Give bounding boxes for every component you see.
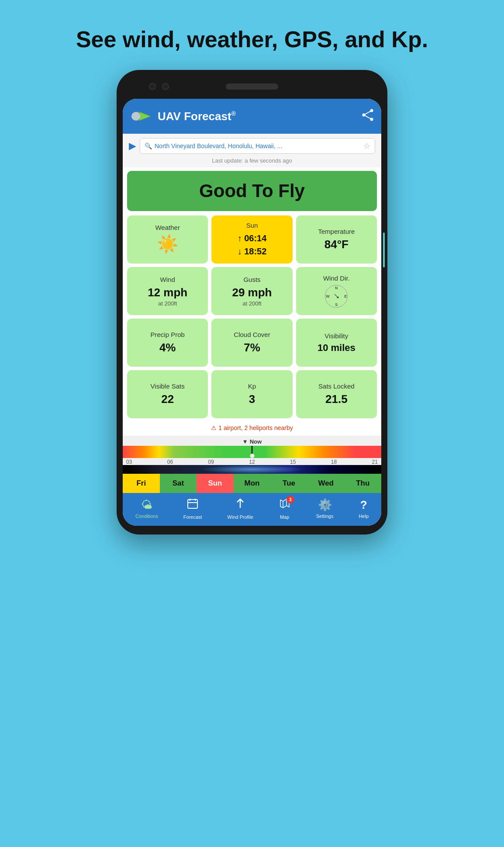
app-title: UAV Forecast® (158, 110, 356, 123)
camera-left (149, 83, 156, 90)
compass: N S W E ← (324, 285, 348, 308)
camera-right (162, 83, 169, 90)
now-indicator (252, 446, 253, 458)
gusts-value: 29 mph (232, 286, 272, 299)
day-sat[interactable]: Sat (160, 474, 197, 493)
hour-09: 09 (208, 459, 214, 465)
timeline-hour-labels: 03 06 09 12 15 18 21 (123, 459, 381, 465)
timeline-section: ▼ Now 03 06 09 12 15 18 21 (123, 436, 381, 474)
day-thu[interactable]: Thu (344, 474, 381, 493)
temperature-card: Temperature 84°F (296, 215, 377, 264)
svg-line-6 (364, 111, 372, 115)
sun-set: ↓ 18:52 (238, 245, 267, 258)
sats-locked-value: 21.5 (325, 392, 348, 406)
app-logo (130, 105, 152, 128)
map-icon: 3 (279, 497, 291, 513)
nav-forecast[interactable]: Forecast (183, 497, 202, 520)
svg-marker-1 (139, 112, 151, 121)
forecast-icon (186, 497, 199, 513)
main-content: Good To Fly Weather ☀️ Sun ↑ 06:14 ↓ 18:… (123, 167, 381, 436)
conditions-label: Conditions (135, 514, 158, 519)
precip-prob-label: Precip Prob (150, 331, 184, 338)
gusts-label: Gusts (243, 276, 260, 283)
hour-15: 15 (290, 459, 296, 465)
location-arrow-icon[interactable]: ▶ (129, 140, 136, 152)
kp-label: Kp (248, 382, 256, 390)
nav-map[interactable]: 3 Map (279, 497, 291, 520)
day-tue[interactable]: Tue (270, 474, 307, 493)
compass-arrow-icon: ← (329, 289, 344, 304)
now-dot (250, 454, 254, 458)
fly-status: Good To Fly (199, 181, 305, 201)
visibility-label: Visibility (324, 332, 348, 340)
day-fri[interactable]: Fri (123, 474, 160, 493)
svg-line-7 (364, 115, 372, 119)
app-header: UAV Forecast® (123, 99, 381, 134)
nav-help[interactable]: ? Help (359, 498, 369, 519)
cloud-cover-label: Cloud Cover (234, 331, 270, 338)
wind-card: Wind 12 mph at 200ft (127, 267, 208, 315)
hour-18: 18 (331, 459, 337, 465)
warning-message: 1 airport, 2 heliports nearby (218, 424, 293, 431)
weather-cards-grid: Weather ☀️ Sun ↑ 06:14 ↓ 18:52 Temperatu… (127, 215, 377, 418)
wind-dir-card: Wind Dir. N S W E ← (296, 267, 377, 315)
app-title-text: UAV Forecast (158, 110, 231, 123)
weather-card: Weather ☀️ (127, 215, 208, 264)
page-tagline: See wind, weather, GPS, and Kp. (59, 26, 445, 52)
timeline-now-label: ▼ Now (123, 438, 381, 445)
visible-sats-card: Visible Sats 22 (127, 370, 208, 418)
nav-conditions[interactable]: 🌤 Conditions (135, 498, 158, 519)
kp-value: 3 (249, 392, 255, 406)
precip-prob-value: 4% (159, 341, 176, 354)
day-mon[interactable]: Mon (234, 474, 271, 493)
temperature-label: Temperature (318, 228, 355, 235)
svg-point-2 (131, 112, 140, 121)
share-icon[interactable] (361, 108, 374, 125)
sats-locked-card: Sats Locked 21.5 (296, 370, 377, 418)
search-icon: 🔍 (145, 142, 152, 149)
speaker (226, 83, 278, 90)
nav-wind-profile[interactable]: Wind Profile (228, 497, 253, 520)
warning-text: ⚠ 1 airport, 2 heliports nearby (127, 422, 377, 436)
visible-sats-value: 22 (161, 392, 174, 406)
gusts-sub: at 200ft (242, 300, 261, 307)
visibility-value: 10 miles (318, 342, 356, 354)
hour-03: 03 (126, 459, 132, 465)
sun-rise: ↑ 06:14 (238, 232, 267, 245)
bottom-nav: 🌤 Conditions Forecast (123, 493, 381, 526)
weather-sun-icon: ☀️ (157, 234, 179, 254)
phone-frame: UAV Forecast® ▶ 🔍 North Vineyard Bouleva… (117, 70, 387, 535)
svg-rect-8 (188, 500, 197, 508)
map-badge: 3 (287, 496, 294, 503)
nav-settings[interactable]: ⚙️ Settings (316, 498, 334, 519)
sats-locked-label: Sats Locked (318, 382, 355, 390)
sun-label: Sun (246, 222, 258, 229)
phone-screen: UAV Forecast® ▶ 🔍 North Vineyard Bouleva… (123, 99, 381, 526)
timeline-night (123, 465, 381, 474)
settings-label: Settings (316, 514, 334, 519)
registered-mark: ® (231, 110, 236, 117)
timeline-glow (200, 465, 304, 474)
day-wed[interactable]: Wed (307, 474, 345, 493)
search-text: North Vineyard Boulevard, Honolulu, Hawa… (155, 142, 361, 149)
compass-ring: N S W E ← (325, 285, 348, 308)
settings-icon: ⚙️ (318, 498, 332, 512)
conditions-icon: 🌤 (141, 498, 152, 512)
wind-label: Wind (160, 276, 175, 283)
hour-21: 21 (372, 459, 378, 465)
sun-card: Sun ↑ 06:14 ↓ 18:52 (211, 215, 292, 264)
timeline-arrow: ▼ (242, 438, 248, 445)
forecast-label: Forecast (183, 514, 202, 520)
cloud-cover-value: 7% (244, 341, 260, 354)
visible-sats-label: Visible Sats (151, 382, 185, 390)
wind-profile-icon (234, 497, 246, 513)
compass-e: E (344, 294, 347, 299)
temperature-value: 84°F (324, 238, 349, 251)
day-sun[interactable]: Sun (197, 474, 234, 493)
favorite-icon[interactable]: ☆ (363, 141, 370, 151)
gusts-card: Gusts 29 mph at 200ft (211, 267, 292, 315)
search-area: ▶ 🔍 North Vineyard Boulevard, Honolulu, … (123, 134, 381, 156)
timeline-now-text: Now (250, 438, 262, 445)
search-box[interactable]: 🔍 North Vineyard Boulevard, Honolulu, Ha… (140, 138, 375, 154)
hour-12: 12 (249, 459, 255, 465)
